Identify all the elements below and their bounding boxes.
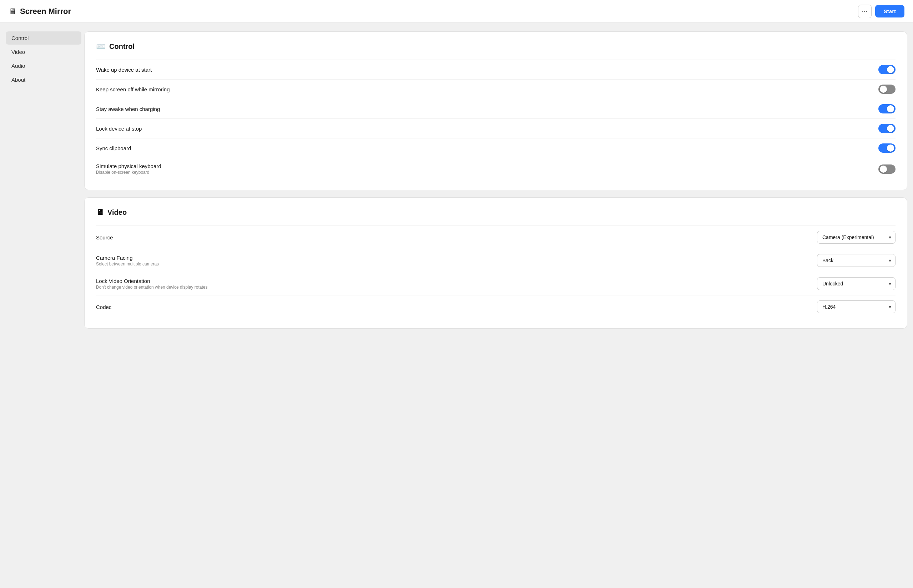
codec-select[interactable]: H.264 H.265 AV1 bbox=[817, 300, 895, 313]
control-icon: ⌨️ bbox=[96, 42, 106, 51]
setting-row-source: Source Display Camera (Experimental) bbox=[96, 226, 895, 249]
codec-label: Codec bbox=[96, 304, 111, 310]
lock-video-orientation-sublabel: Don't change video orientation when devi… bbox=[96, 285, 208, 290]
sync-clipboard-label: Sync clipboard bbox=[96, 145, 131, 151]
lock-video-orientation-label: Lock Video Orientation bbox=[96, 278, 208, 284]
sidebar: Control Video Audio About bbox=[6, 31, 84, 580]
keep-screen-off-label: Keep screen off while mirroring bbox=[96, 86, 170, 92]
lock-video-orientation-select[interactable]: Unlocked 0° 90° 180° 270° bbox=[817, 277, 895, 290]
source-select[interactable]: Display Camera (Experimental) bbox=[817, 231, 895, 244]
app-title: Screen Mirror bbox=[20, 7, 71, 16]
control-card-title: ⌨️ Control bbox=[96, 42, 895, 51]
lock-device-toggle[interactable] bbox=[878, 124, 895, 133]
app-icon: 🖥 bbox=[8, 7, 16, 16]
video-card: 🖥 Video Source Display Camera (Experimen… bbox=[84, 197, 907, 329]
setting-row-stay-awake: Stay awake when charging bbox=[96, 99, 895, 118]
main-content: ⌨️ Control Wake up device at start Keep … bbox=[84, 31, 907, 580]
stay-awake-toggle[interactable] bbox=[878, 104, 895, 113]
simulate-keyboard-sublabel: Disable on-screen keyboard bbox=[96, 170, 161, 175]
setting-row-keep-screen-off: Keep screen off while mirroring bbox=[96, 79, 895, 99]
setting-row-lock-device: Lock device at stop bbox=[96, 118, 895, 138]
simulate-keyboard-label: Simulate physical keyboard bbox=[96, 163, 161, 169]
control-card: ⌨️ Control Wake up device at start Keep … bbox=[84, 31, 907, 190]
setting-row-lock-video-orientation: Lock Video Orientation Don't change vide… bbox=[96, 272, 895, 295]
camera-facing-sublabel: Select between multiple cameras bbox=[96, 262, 159, 267]
lock-device-label: Lock device at stop bbox=[96, 126, 142, 132]
control-title-text: Control bbox=[109, 42, 134, 51]
sidebar-item-control[interactable]: Control bbox=[6, 31, 81, 45]
more-button[interactable]: ··· bbox=[858, 5, 872, 18]
header-right: ··· Start bbox=[858, 5, 905, 18]
header-left: 🖥 Screen Mirror bbox=[8, 7, 71, 16]
video-title-text: Video bbox=[107, 208, 127, 216]
camera-facing-select-wrapper: Front Back bbox=[817, 254, 895, 267]
setting-row-sync-clipboard: Sync clipboard bbox=[96, 138, 895, 158]
sidebar-item-video[interactable]: Video bbox=[6, 45, 81, 58]
lock-video-orientation-select-wrapper: Unlocked 0° 90° 180° 270° bbox=[817, 277, 895, 290]
source-label: Source bbox=[96, 234, 113, 241]
video-icon: 🖥 bbox=[96, 208, 104, 217]
start-button[interactable]: Start bbox=[875, 5, 905, 18]
camera-facing-select[interactable]: Front Back bbox=[817, 254, 895, 267]
camera-facing-label: Camera Facing bbox=[96, 255, 159, 261]
setting-row-camera-facing: Camera Facing Select between multiple ca… bbox=[96, 249, 895, 272]
app-header: 🖥 Screen Mirror ··· Start bbox=[0, 0, 913, 23]
setting-row-codec: Codec H.264 H.265 AV1 bbox=[96, 295, 895, 318]
sync-clipboard-toggle[interactable] bbox=[878, 144, 895, 153]
keep-screen-off-toggle[interactable] bbox=[878, 84, 895, 94]
codec-select-wrapper: H.264 H.265 AV1 bbox=[817, 300, 895, 313]
wake-up-toggle[interactable] bbox=[878, 65, 895, 74]
sidebar-item-about[interactable]: About bbox=[6, 73, 81, 86]
setting-row-wake-up: Wake up device at start bbox=[96, 60, 895, 79]
stay-awake-label: Stay awake when charging bbox=[96, 106, 160, 112]
wake-up-label: Wake up device at start bbox=[96, 67, 152, 73]
sidebar-item-audio[interactable]: Audio bbox=[6, 59, 81, 73]
setting-row-simulate-keyboard: Simulate physical keyboard Disable on-sc… bbox=[96, 158, 895, 180]
main-layout: Control Video Audio About ⌨️ Control Wak… bbox=[0, 23, 913, 588]
source-select-wrapper: Display Camera (Experimental) bbox=[817, 231, 895, 244]
video-card-title: 🖥 Video bbox=[96, 208, 895, 217]
simulate-keyboard-toggle[interactable] bbox=[878, 165, 895, 174]
